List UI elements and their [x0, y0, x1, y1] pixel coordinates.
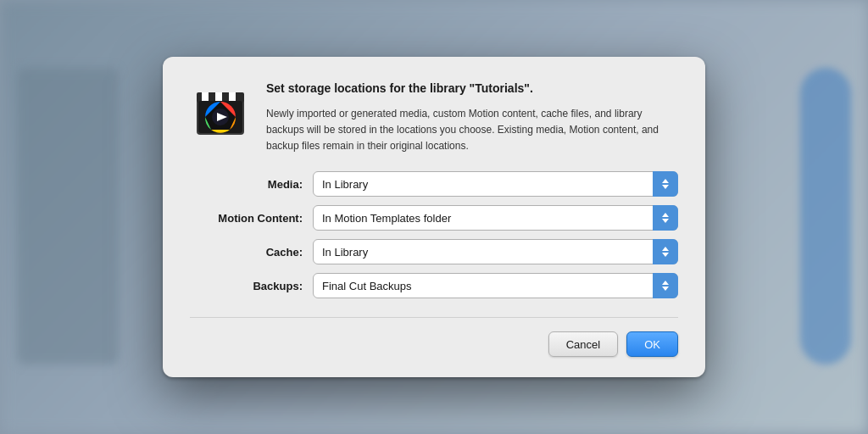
dialog-description: Newly imported or generated media, custo…	[266, 106, 678, 155]
form-section: Media: In Library Choose... Custom... Mo…	[190, 171, 678, 298]
motion-content-row: Motion Content: In Motion Templates fold…	[190, 205, 678, 231]
app-icon	[190, 81, 251, 142]
cancel-button[interactable]: Cancel	[548, 331, 618, 357]
motion-content-label: Motion Content:	[190, 212, 313, 225]
dialog-title: Set storage locations for the library "T…	[266, 81, 678, 97]
media-select-wrapper: In Library Choose... Custom...	[313, 171, 678, 197]
cache-select-wrapper: In Library Choose... Custom...	[313, 239, 678, 264]
backups-row: Backups: Final Cut Backups In Library Ch…	[190, 273, 678, 298]
header-text-area: Set storage locations for the library "T…	[266, 81, 678, 154]
media-label: Media:	[190, 178, 313, 191]
dialog-header: Set storage locations for the library "T…	[190, 81, 678, 154]
backups-select[interactable]: Final Cut Backups In Library Choose...	[313, 273, 678, 298]
motion-content-select-wrapper: In Motion Templates folder In Library Ch…	[313, 205, 678, 231]
media-select[interactable]: In Library Choose... Custom...	[313, 171, 678, 197]
motion-content-select[interactable]: In Motion Templates folder In Library Ch…	[313, 205, 678, 231]
ok-button[interactable]: OK	[626, 331, 678, 357]
backups-select-wrapper: Final Cut Backups In Library Choose...	[313, 273, 678, 298]
dialog-container: Set storage locations for the library "T…	[163, 57, 705, 377]
cache-label: Cache:	[190, 246, 313, 259]
cache-select[interactable]: In Library Choose... Custom...	[313, 239, 678, 264]
dialog-footer: Cancel OK	[190, 317, 678, 357]
media-row: Media: In Library Choose... Custom...	[190, 171, 678, 197]
cache-row: Cache: In Library Choose... Custom...	[190, 239, 678, 264]
backups-label: Backups:	[190, 280, 313, 292]
bg-left-panel	[17, 68, 119, 364]
bg-right-panel	[800, 68, 851, 364]
